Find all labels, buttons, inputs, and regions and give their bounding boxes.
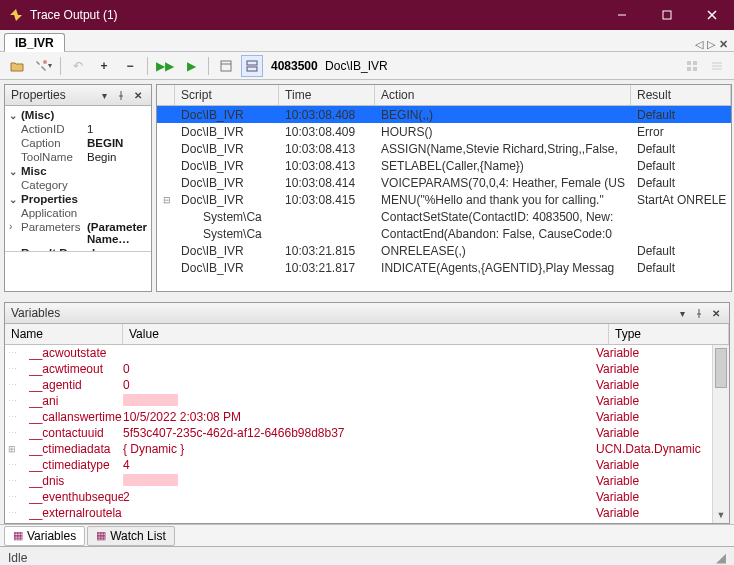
trace-grid-header: Script Time Action Result (157, 85, 731, 106)
close-button[interactable] (689, 0, 734, 30)
titlebar: Trace Output (1) (0, 0, 734, 30)
separator (147, 57, 148, 75)
trace-grid[interactable]: Script Time Action Result Doc\IB_IVR10:0… (157, 85, 731, 291)
svg-rect-7 (247, 61, 257, 65)
property-row[interactable]: Category (5, 178, 151, 192)
trace-row[interactable]: ⊟Doc\IB_IVR10:03:08.415MENU("%Hello and … (157, 191, 731, 208)
status-text: Idle (8, 551, 27, 565)
trace-row[interactable]: Doc\IB_IVR10:03:08.409HOURS()Error (157, 123, 731, 140)
redacted-value (123, 394, 178, 406)
tab-icon: ▦ (13, 529, 23, 542)
property-row[interactable]: ToolNameBegin (5, 150, 151, 164)
svg-rect-10 (693, 61, 697, 65)
window-title: Trace Output (1) (30, 8, 599, 22)
grid-view-button[interactable] (681, 55, 703, 77)
resize-grip-icon[interactable]: ◢ (716, 550, 726, 565)
variable-row[interactable]: ⋯__callanswertime10/5/2022 2:03:08 PMVar… (5, 409, 712, 425)
trace-row[interactable]: Doc\IB_IVR10:03:21.815ONRELEASE(,)Defaul… (157, 242, 731, 259)
document-tab[interactable]: IB_IVR (4, 33, 65, 52)
panel-pin-icon[interactable] (114, 88, 128, 102)
property-group-header[interactable]: ⌄Misc (5, 164, 151, 178)
tab-nav-right-icon[interactable]: ▷ (707, 38, 715, 51)
step-button[interactable]: ▶ (180, 55, 202, 77)
bottom-tab[interactable]: ▦Watch List (87, 526, 175, 546)
variable-row[interactable]: ⋯__eventhubseque2Variable (5, 489, 712, 505)
trace-row[interactable]: Doc\IB_IVR10:03:08.408BEGIN(,,)Default (157, 106, 731, 123)
trace-row[interactable]: Doc\IB_IVR10:03:08.413SETLABEL(Caller,{N… (157, 157, 731, 174)
variables-panel-header: Variables ▾ ✕ (5, 303, 729, 324)
view2-button[interactable] (241, 55, 263, 77)
variable-row[interactable]: ⋯__agentid0Variable (5, 377, 712, 393)
svg-rect-9 (687, 61, 691, 65)
bottom-tab-strip: ▦Variables▦Watch List (0, 524, 734, 546)
panel-dropdown-icon[interactable]: ▾ (97, 88, 111, 102)
col-var-value[interactable]: Value (123, 324, 609, 344)
properties-grid[interactable]: ⌄(Misc)ActionID1CaptionBEGINToolNameBegi… (5, 106, 151, 251)
svg-rect-8 (247, 67, 257, 71)
variable-row[interactable]: ⋯__dnisVariable (5, 473, 712, 489)
variable-row[interactable]: ⋯__acwtimeout0Variable (5, 361, 712, 377)
svg-rect-11 (687, 67, 691, 71)
context-label: 4083500 Doc\IB_IVR (271, 59, 388, 73)
panel-pin-icon[interactable] (692, 306, 706, 320)
minus-button[interactable]: − (119, 55, 141, 77)
separator (208, 57, 209, 75)
tab-nav-left-icon[interactable]: ◁ (695, 38, 703, 51)
variables-panel-title: Variables (11, 306, 60, 320)
vertical-scrollbar[interactable]: ▲ ▼ (712, 345, 729, 523)
scroll-down-icon[interactable]: ▼ (713, 507, 729, 523)
properties-panel: Properties ▾ ✕ ⌄(Misc)ActionID1CaptionBE… (4, 84, 152, 292)
context-path: Doc\IB_IVR (325, 59, 388, 73)
trace-row[interactable]: System\CaContactSetState(ContactID: 4083… (157, 208, 731, 225)
view1-button[interactable] (215, 55, 237, 77)
trace-row[interactable]: System\CaContactEnd(Abandon: False, Caus… (157, 225, 731, 242)
bottom-tab[interactable]: ▦Variables (4, 526, 85, 546)
variable-row[interactable]: ⊞__ctimediadata{ Dynamic }UCN.Data.Dynam… (5, 441, 712, 457)
trace-row[interactable]: Doc\IB_IVR10:03:21.817INDICATE(Agents,{A… (157, 259, 731, 276)
tab-icon: ▦ (96, 529, 106, 542)
variable-row[interactable]: ⋯__contactuuid5f53c407-235c-462d-af12-64… (5, 425, 712, 441)
variable-row[interactable]: ⋯__ctimediatype4Variable (5, 457, 712, 473)
variables-grid-header: Name Value Type (5, 324, 729, 345)
col-var-type[interactable]: Type (609, 324, 729, 344)
property-row[interactable]: Application (5, 206, 151, 220)
run-button[interactable]: ▶▶ (154, 55, 176, 77)
property-group-header[interactable]: ⌄(Misc) (5, 108, 151, 122)
plus-button[interactable]: + (93, 55, 115, 77)
property-group-header[interactable]: ⌄Properties (5, 192, 151, 206)
col-result[interactable]: Result (631, 85, 731, 105)
status-bar: Idle ◢ (0, 546, 734, 565)
list-view-button[interactable] (706, 55, 728, 77)
variable-row[interactable]: ⋯__aniVariable (5, 393, 712, 409)
properties-panel-title: Properties (11, 88, 66, 102)
properties-panel-header: Properties ▾ ✕ (5, 85, 151, 106)
property-row[interactable]: ›Parameters(Parameter Name… (5, 220, 151, 246)
back-button[interactable]: ↶ (67, 55, 89, 77)
panel-dropdown-icon[interactable]: ▾ (675, 306, 689, 320)
svg-point-4 (43, 60, 47, 64)
app-icon (8, 7, 24, 23)
svg-rect-12 (693, 67, 697, 71)
trace-panel: Script Time Action Result Doc\IB_IVR10:0… (156, 84, 732, 292)
property-row[interactable]: ActionID1 (5, 122, 151, 136)
variable-row[interactable]: ⋯__acwoutstateVariable (5, 345, 712, 361)
col-var-name[interactable]: Name (5, 324, 123, 344)
panel-close-icon[interactable]: ✕ (131, 88, 145, 102)
trace-row[interactable]: Doc\IB_IVR10:03:08.414VOICEPARAMS(70,0,4… (157, 174, 731, 191)
variable-row[interactable]: ⋯__externalroutelaVariable (5, 505, 712, 521)
maximize-button[interactable] (644, 0, 689, 30)
svg-rect-5 (221, 61, 231, 71)
col-action[interactable]: Action (375, 85, 631, 105)
minimize-button[interactable] (599, 0, 644, 30)
scroll-thumb[interactable] (715, 348, 727, 388)
open-button[interactable] (6, 55, 28, 77)
panel-close-icon[interactable]: ✕ (709, 306, 723, 320)
tools-button[interactable]: ▾ (32, 55, 54, 77)
col-time[interactable]: Time (279, 85, 375, 105)
tab-close-icon[interactable]: ✕ (719, 38, 728, 51)
trace-row[interactable]: Doc\IB_IVR10:03:08.413ASSIGN(Name,Stevie… (157, 140, 731, 157)
redacted-value (123, 474, 178, 486)
property-row[interactable]: CaptionBEGIN (5, 136, 151, 150)
variables-grid[interactable]: ⋯__acwoutstateVariable⋯__acwtimeout0Vari… (5, 345, 712, 523)
col-script[interactable]: Script (175, 85, 279, 105)
